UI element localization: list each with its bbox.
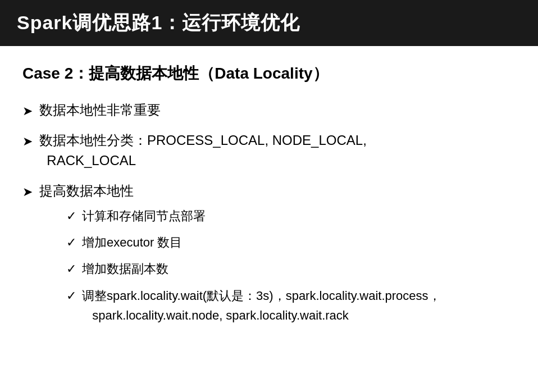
arrow-icon-2: ➤ [22,132,33,151]
check-icon-4: ✓ [66,286,76,306]
bullet-item-1: ➤ 数据本地性非常重要 [22,100,516,120]
bullet-item-3: ➤ 提高数据本地性 ✓ 计算和存储同节点部署 ✓ 增加executor 数目 ✓… [22,181,516,325]
check-icon-3: ✓ [66,259,76,278]
header-bar: Spark调优思路1：运行环境优化 [0,0,538,46]
case-title: Case 2：提高数据本地性（Data Locality） [22,63,516,84]
sub-bullet-2: ✓ 增加executor 数目 [66,233,516,252]
sub-bullet-1: ✓ 计算和存储同节点部署 [66,207,516,225]
check-icon-2: ✓ [66,233,76,252]
sub-bullet-text-2: 增加executor 数目 [82,233,516,252]
arrow-icon-1: ➤ [22,102,33,120]
sub-bullet-4: ✓ 调整spark.locality.wait(默认是：3s)，spark.lo… [66,286,516,325]
bullet-text-1: 数据本地性非常重要 [39,100,516,120]
sub-bullet-text-4: 调整spark.locality.wait(默认是：3s)，spark.loca… [82,286,516,325]
main-content: Case 2：提高数据本地性（Data Locality） ➤ 数据本地性非常重… [0,46,538,347]
bullet-text-3: 提高数据本地性 ✓ 计算和存储同节点部署 ✓ 增加executor 数目 ✓ 增… [39,181,516,325]
check-icon-1: ✓ [66,207,76,225]
sub-bullets: ✓ 计算和存储同节点部署 ✓ 增加executor 数目 ✓ 增加数据副本数 ✓… [66,207,516,325]
sub-bullet-text-3: 增加数据副本数 [82,259,516,278]
bullet-text-2: 数据本地性分类：PROCESS_LOCAL, NODE_LOCAL, RACK_… [39,130,516,171]
header-title: Spark调优思路1：运行环境优化 [17,12,300,33]
bullet-item-2: ➤ 数据本地性分类：PROCESS_LOCAL, NODE_LOCAL, RAC… [22,130,516,171]
sub-bullet-text-1: 计算和存储同节点部署 [82,207,516,225]
arrow-icon-3: ➤ [22,183,33,201]
sub-bullet-3: ✓ 增加数据副本数 [66,259,516,278]
